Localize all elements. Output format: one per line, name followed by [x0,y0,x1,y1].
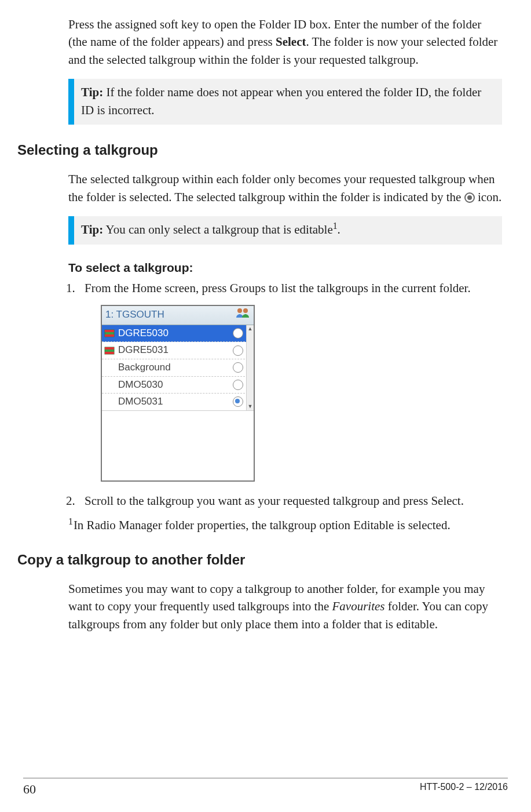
device-scrollbar[interactable] [246,325,254,410]
heading-copy-talkgroup: Copy a talkgroup to another folder [17,552,502,568]
procedure-step-1: 1. From the Home screen, press Groups to… [68,279,502,482]
radio-icon[interactable] [233,380,243,390]
heading-to-select: To select a talkgroup: [68,261,502,275]
radio-icon[interactable] [233,396,243,407]
step2-select: Select [431,494,460,508]
intro-paragraph: Press the assigned soft key to open the … [68,16,502,68]
talkgroup-label: DGRE5030 [118,326,169,341]
step1-mid: screen, press [162,281,230,295]
selected-radio-icon [464,192,475,203]
footnote-post: is selected. [394,518,450,532]
tip-box-editable: Tip: You can only select a talkgroup tha… [68,216,502,244]
svg-rect-4 [105,334,114,337]
tip2-pre: You can only select a talkgroup that is … [103,223,333,236]
selecting-pre: The selected talkgroup within each folde… [68,172,495,203]
step1-home: Home [132,281,162,295]
radio-icon[interactable] [233,362,243,373]
svg-rect-7 [105,352,114,354]
copy-paragraph: Sometimes you may want to copy a talkgro… [68,580,502,633]
step1-pre: From the [85,281,132,295]
device-title: 1: TGSOUTH [105,308,164,322]
tip2-sup: 1 [333,221,338,231]
talkgroup-row[interactable]: DGRE5030 [102,325,254,343]
footnote-pre: In Radio Manager folder properties, the … [74,518,353,532]
tip2-post: . [338,223,340,236]
footnote-editable: 1In Radio Manager folder properties, the… [68,516,502,534]
device-header: 1: TGSOUTH [102,306,254,325]
doc-id: HTT-500-2 – 12/2016 [420,782,508,797]
svg-point-1 [243,308,248,313]
talkgroup-label: Background [118,361,171,375]
step1-groups: Groups [230,281,266,295]
footnote-sup: 1 [68,516,73,526]
talkgroup-row[interactable]: Background [102,359,254,377]
heading-selecting-talkgroup: Selecting a talkgroup [17,142,502,158]
footnote-bold: Editable [353,518,394,532]
svg-rect-6 [105,347,114,349]
svg-rect-3 [105,330,114,332]
people-icon [235,307,250,323]
page-number: 60 [23,782,36,797]
device-screenshot: 1: TGSOUTH DGRE5030DGRE5031BackgroundDMO… [101,305,255,482]
procedure-list: 1. From the Home screen, press Groups to… [68,279,502,510]
device-list: DGRE5030DGRE5031BackgroundDMO5030DMO5031 [102,325,254,410]
step2-post: . [461,494,464,508]
device-blank-area [102,410,254,480]
talkgroup-row[interactable]: DGRE5031 [102,342,254,359]
selecting-paragraph: The selected talkgroup within each folde… [68,170,502,206]
talkgroup-label: DMO5030 [118,378,163,392]
radio-icon[interactable] [233,345,243,356]
step2-num: 2. [66,492,75,509]
flag-icon [104,329,115,337]
tip1-text: If the folder name does not appear when … [81,85,481,116]
flag-icon [104,347,115,355]
talkgroup-row[interactable]: DMO5030 [102,377,254,394]
radio-icon[interactable] [233,328,243,338]
talkgroup-label: DMO5031 [118,395,163,409]
talkgroup-label: DGRE5031 [118,343,169,358]
tip-label: Tip: [81,85,103,99]
intro-bold-select: Select [276,35,306,49]
copy-favourites: Favourites [332,599,385,613]
step2-pre: Scroll to the talkgroup you want as your… [85,494,431,508]
talkgroup-row[interactable]: DMO5031 [102,394,254,410]
step1-num: 1. [66,279,75,297]
tip-label: Tip: [81,223,103,236]
selecting-post: icon. [475,190,502,204]
page-footer: 60 HTT-500-2 – 12/2016 [23,778,508,797]
tip-box-folderid: Tip: If the folder name does not appear … [68,79,502,125]
procedure-step-2: 2. Scroll to the talkgroup you want as y… [68,492,502,509]
svg-point-0 [237,308,242,313]
step1-post: to list the talkgroups in the current fo… [266,281,471,295]
